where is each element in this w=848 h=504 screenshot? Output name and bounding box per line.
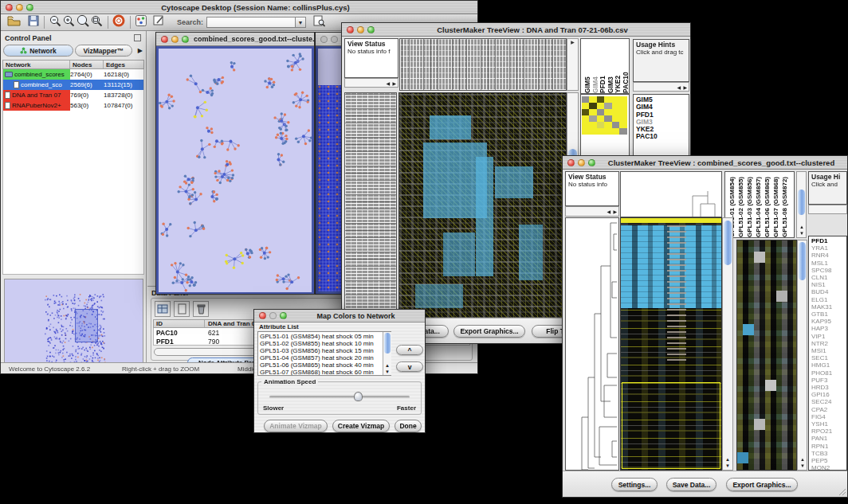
column-label[interactable]: YKE2 [614, 39, 622, 93]
attribute-item[interactable]: GPL51-06 (GSM865) heat shock 40 min [260, 361, 381, 369]
minimize-icon[interactable] [578, 159, 585, 166]
save-data-button[interactable]: Save Data... [666, 478, 716, 491]
similarity-matrix[interactable] [582, 96, 627, 135]
gene-label[interactable]: ELG1 [811, 296, 846, 303]
close-icon[interactable] [6, 4, 13, 11]
gene-label[interactable]: HAP3 [811, 325, 846, 332]
network-window-title-bar[interactable]: combined_scores_good.txt--cluste... [156, 33, 314, 46]
gene-label[interactable]: YRA1 [811, 244, 846, 252]
scroll-down-icon[interactable]: ▼ [799, 231, 804, 236]
scroll-left-icon[interactable]: ◀ [386, 81, 390, 86]
vizmapper-icon[interactable] [135, 14, 147, 30]
gene-label[interactable]: RNR4 [811, 252, 846, 259]
column-label[interactable]: GIM5 [583, 39, 591, 93]
gene-label[interactable]: MSI1 [811, 347, 846, 354]
help-lifering-icon[interactable] [112, 14, 126, 31]
column-label[interactable]: PAC10 [622, 39, 630, 93]
attribute-item[interactable]: GPL51-07 (GSM868) heat shock 60 min [260, 369, 381, 376]
minimize-icon[interactable] [331, 36, 338, 43]
network-row[interactable]: combined_sco 2569(6) 13112(15) [3, 80, 143, 90]
scroll-thumb[interactable] [798, 189, 805, 215]
scroll-up-icon[interactable]: ▲ [800, 457, 805, 462]
zoomed-heatmap[interactable] [736, 240, 797, 471]
gene-label[interactable]: RPO21 [811, 428, 846, 435]
gene-label[interactable]: PUF3 [811, 377, 846, 384]
treeview1-title-bar[interactable]: ClusterMaker TreeView : DNA and Tran 07-… [342, 23, 690, 37]
gene-label[interactable]: TCB3 [811, 450, 846, 457]
tab-network[interactable]: Network [3, 45, 73, 57]
attribute-item[interactable]: GPL51-02 (GSM855) heat shock 10 min [260, 340, 381, 347]
overview-viewport[interactable] [75, 309, 98, 342]
scroll-up-icon[interactable]: ▲ [799, 225, 804, 229]
gene-label[interactable]: GTB1 [811, 311, 846, 318]
network-overview[interactable] [4, 279, 143, 368]
save-icon[interactable] [27, 14, 40, 30]
column-label[interactable]: GPL51-03 (GSM856) [746, 172, 755, 237]
gene-label[interactable]: MON2 [811, 464, 846, 471]
column-dendrogram-area[interactable] [620, 171, 722, 217]
attribute-item[interactable]: GPL51-03 (GSM856) heat shock 15 min [260, 347, 381, 354]
scroll-left-icon[interactable]: ◀ [607, 209, 610, 214]
row-label[interactable]: PAC10 [636, 133, 689, 140]
main-title-bar[interactable]: Cytoscape Desktop (Session Name: collins… [1, 1, 477, 14]
minimize-icon[interactable] [269, 312, 277, 319]
scroll-thumb[interactable] [384, 333, 391, 354]
open-file-icon[interactable] [7, 14, 21, 30]
gene-label[interactable]: MAK31 [811, 303, 846, 311]
network-row[interactable]: combined_scores 2764(0) 16218(0) [3, 69, 143, 80]
gene-label[interactable]: VIP1 [811, 333, 846, 340]
done-button[interactable]: Done [395, 420, 422, 432]
heatmap-selection-box[interactable] [622, 382, 720, 469]
animate-vizmap-button[interactable]: Animate Vizmap [264, 420, 328, 432]
zoom-selected-icon[interactable] [90, 14, 104, 31]
scroll-thumb[interactable] [799, 242, 806, 280]
zoom-fit-icon[interactable] [76, 14, 90, 31]
settings-button[interactable]: Settings... [611, 478, 658, 491]
dialog-title-bar[interactable]: Map Colors to Network [254, 310, 425, 322]
close-icon[interactable] [347, 26, 354, 33]
scroll-thumb[interactable] [724, 221, 732, 265]
resize-grip-icon[interactable] [838, 488, 846, 496]
zoom-window-icon[interactable] [182, 36, 189, 43]
gene-label[interactable]: SEC24 [811, 398, 846, 405]
scroll-down-icon[interactable]: ▼ [385, 369, 390, 374]
gene-label[interactable]: CLN1 [811, 274, 846, 281]
usage-hints-hscrollbar[interactable]: ◀ ▶ [633, 82, 689, 92]
gene-label[interactable]: GPI16 [811, 391, 846, 398]
gene-label[interactable]: YSH1 [811, 420, 846, 428]
column-label[interactable]: GPL51-08 (GSM872) [781, 172, 790, 237]
minimize-icon[interactable] [357, 26, 364, 33]
treeview2-heatmap-vscrollbar[interactable]: ▲ ▼ [722, 217, 733, 471]
zoomed-heatmap-vscrollbar[interactable]: ▲ ▼ [797, 240, 807, 471]
close-icon[interactable] [320, 36, 328, 43]
gene-label[interactable]: BUD4 [811, 288, 846, 295]
attribute-list-vscrollbar[interactable]: ▲ ▼ [383, 332, 391, 375]
move-down-button[interactable]: v [396, 361, 423, 372]
attribute-item[interactable]: GPL51-04 (GSM857) heat shock 20 min [260, 354, 381, 361]
gene-label[interactable]: CPA2 [811, 406, 846, 413]
scroll-up-icon[interactable]: ▲ [725, 457, 730, 462]
scroll-right-icon[interactable]: ▶ [392, 81, 396, 86]
scroll-left-icon[interactable]: ◀ [677, 85, 681, 90]
column-label[interactable]: PFD1 [599, 39, 607, 93]
column-label[interactable]: GPL51-06 (GSM865) [764, 172, 772, 237]
gene-label[interactable]: KAP95 [811, 318, 846, 325]
create-vizmap-button[interactable]: Create Vizmap [332, 420, 390, 432]
zoom-window-icon[interactable] [26, 4, 33, 11]
gene-label[interactable]: FIG4 [811, 413, 846, 420]
column-label[interactable]: GPL51-07 (GSM868) [772, 172, 781, 237]
treeview2-title-bar[interactable]: ClusterMaker TreeView : combined_scores_… [563, 156, 847, 170]
annotation-icon[interactable] [152, 14, 166, 30]
column-label[interactable]: GIM4 [591, 39, 599, 93]
search-dropdown-button[interactable]: ▼ [296, 17, 306, 28]
gene-label[interactable]: NIS1 [811, 281, 846, 288]
gene-label[interactable]: HMG1 [811, 361, 846, 369]
export-graphics-button[interactable]: Export Graphics... [726, 478, 798, 491]
scroll-down-icon[interactable]: ▼ [725, 463, 730, 468]
delete-attribute-trash-icon[interactable] [193, 301, 209, 317]
table-mode-icon[interactable] [155, 301, 171, 317]
column-label[interactable]: GPL51-02 (GSM855) [737, 172, 746, 237]
float-panel-icon[interactable] [134, 34, 141, 41]
gene-label[interactable]: SPC98 [811, 267, 846, 274]
treeview2-heatmap[interactable] [620, 217, 722, 471]
